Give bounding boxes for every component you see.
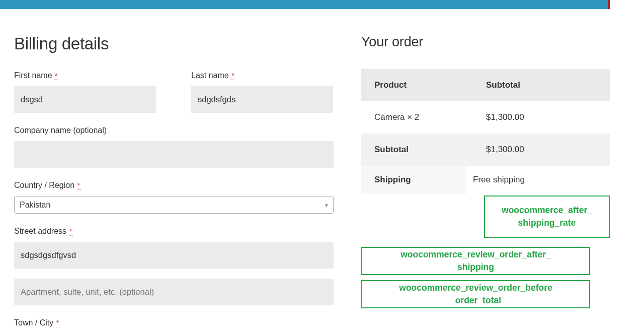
order-shipping-value: Free shipping — [466, 166, 610, 194]
required-mark: * — [77, 181, 80, 190]
town-field: Town / City * — [14, 318, 334, 330]
company-field: Company name (optional) — [14, 126, 334, 168]
company-label: Company name (optional) — [14, 126, 334, 135]
last-name-label-text: Last name — [191, 71, 229, 80]
country-label: Country / Region * — [14, 181, 334, 190]
order-table-head: Product Subtotal — [361, 69, 610, 101]
red-edge-accent — [608, 0, 610, 9]
top-bar — [0, 0, 610, 9]
name-row: First name * Last name * — [14, 71, 334, 113]
hook-review-before-total: woocommerce_review_order_before _order_t… — [361, 280, 590, 308]
order-item-name-cell: Camera × 2 — [361, 101, 473, 134]
col-subtotal: Subtotal — [473, 69, 610, 101]
order-column: Your order Product Subtotal Camera × 2 $… — [361, 34, 610, 330]
order-item-total: $1,300.00 — [473, 101, 610, 134]
street-label-text: Street address — [14, 227, 66, 235]
order-shipping-label: Shipping — [361, 166, 466, 194]
required-mark: * — [231, 72, 234, 80]
apartment-input[interactable] — [14, 279, 334, 305]
first-name-label-text: First name — [14, 71, 52, 80]
order-heading: Your order — [361, 34, 610, 50]
order-item-row: Camera × 2 $1,300.00 — [361, 101, 610, 134]
order-subtotal-label: Subtotal — [361, 134, 473, 166]
order-item-qty: × 2 — [407, 112, 419, 122]
street-field: Street address * — [14, 227, 334, 269]
order-subtotal-value: $1,300.00 — [473, 134, 610, 166]
country-field: Country / Region * Pakistan ▼ — [14, 181, 334, 214]
order-shipping-row: Shipping Free shipping — [361, 166, 610, 194]
first-name-field: First name * — [14, 71, 156, 113]
last-name-label: Last name * — [191, 71, 333, 80]
apartment-field — [14, 279, 334, 305]
checkout-page: Billing details First name * Last name *… — [0, 9, 644, 330]
country-select-value: Pakistan — [20, 201, 50, 210]
required-mark: * — [56, 319, 59, 327]
street-input[interactable] — [14, 242, 334, 269]
order-subtotal-row: Subtotal $1,300.00 — [361, 134, 610, 166]
country-select[interactable]: Pakistan ▼ — [14, 196, 334, 214]
billing-column: Billing details First name * Last name *… — [14, 34, 334, 330]
last-name-field: Last name * — [191, 71, 333, 113]
order-item-name: Camera — [374, 112, 407, 122]
town-label: Town / City * — [14, 318, 334, 327]
hook-review-after-shipping: woocommerce_review_order_after_ shipping — [361, 247, 590, 275]
company-input[interactable] — [14, 141, 334, 168]
last-name-input[interactable] — [191, 86, 333, 113]
street-label: Street address * — [14, 227, 334, 236]
col-product: Product — [361, 69, 473, 101]
first-name-input[interactable] — [14, 86, 156, 113]
hook-after-shipping-rate: woocommerce_after_ shipping_rate — [484, 195, 610, 238]
first-name-label: First name * — [14, 71, 156, 80]
chevron-down-icon: ▼ — [324, 202, 329, 208]
country-label-text: Country / Region — [14, 181, 74, 189]
required-mark: * — [69, 227, 72, 236]
billing-heading: Billing details — [14, 34, 334, 53]
town-label-text: Town / City — [14, 318, 53, 327]
required-mark: * — [54, 72, 58, 80]
order-table: Product Subtotal Camera × 2 $1,300.00 Su… — [361, 69, 610, 194]
